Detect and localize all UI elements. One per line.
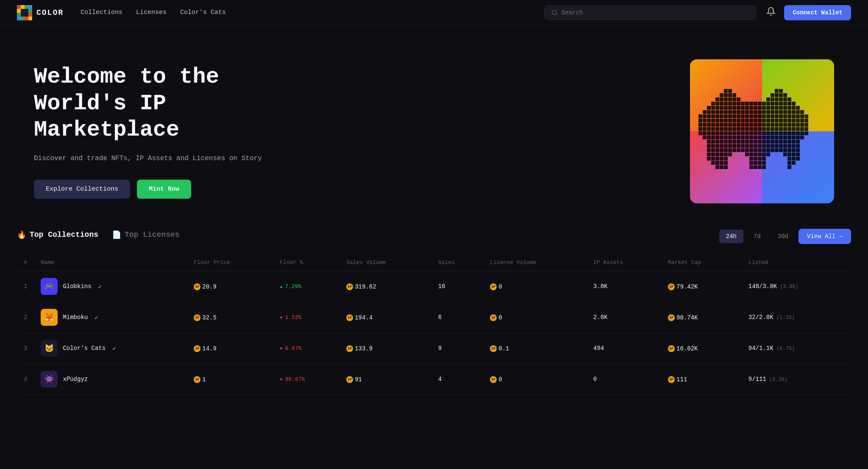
- ip-coin: IP: [194, 314, 200, 321]
- mint-now-button[interactable]: Mint Now: [137, 180, 191, 199]
- row-sales-volume: IP 133.9: [339, 333, 431, 364]
- logo-text: COLOR: [36, 8, 64, 17]
- tab-top-licenses[interactable]: 📄 Top Licenses: [112, 230, 180, 243]
- svg-rect-9: [21, 13, 25, 17]
- row-floor-price: IP 1: [187, 364, 273, 395]
- tab-top-collections[interactable]: 🔥 Top Collections: [17, 230, 98, 243]
- section-tabs: 🔥 Top Collections 📄 Top Licenses 24h 7d …: [17, 229, 851, 244]
- row-license-volume: IP 0.1: [483, 333, 587, 364]
- ip-coin: IP: [668, 314, 675, 321]
- top-licenses-label: Top Licenses: [125, 230, 180, 239]
- verified-icon: ✔: [98, 283, 102, 290]
- row-floor-price: IP 20.9: [187, 271, 273, 302]
- row-license-volume: IP 0: [483, 271, 587, 302]
- collection-thumb: 🎮: [41, 278, 58, 295]
- listed-pct: (8.1%): [766, 377, 787, 383]
- svg-rect-6: [25, 9, 28, 13]
- row-sales: 4: [431, 364, 483, 395]
- col-floor-pct: Floor %: [273, 254, 340, 271]
- floor-pct-value: 96.67%: [280, 376, 305, 383]
- search-icon: [551, 9, 558, 16]
- svg-rect-7: [28, 9, 32, 13]
- ip-coin: IP: [346, 283, 353, 290]
- table-body: 1 🎮 Globkins ✔ IP 20.9 7.29% IP: [17, 271, 851, 395]
- row-market-cap: IP 111: [661, 364, 742, 395]
- hero-image: [690, 59, 834, 203]
- collection-thumb: 🐱: [41, 340, 58, 357]
- collection-name: xPudgyz: [63, 376, 88, 383]
- verified-icon: ✔: [95, 314, 98, 321]
- notification-bell[interactable]: [765, 5, 777, 20]
- svg-rect-12: [17, 17, 21, 20]
- svg-rect-8: [17, 13, 21, 17]
- fire-icon: 🔥: [17, 230, 26, 239]
- nav-colorscats[interactable]: Color's Cats: [180, 9, 226, 16]
- row-floor-price: IP 32.5: [187, 302, 273, 333]
- explore-collections-button[interactable]: Explore Collections: [34, 180, 130, 199]
- ip-coin: IP: [194, 283, 200, 290]
- col-floor-price: Floor Price: [187, 254, 273, 271]
- svg-point-16: [552, 10, 556, 14]
- ip-coin: IP: [668, 345, 675, 352]
- row-license-volume: IP 0: [483, 302, 587, 333]
- ip-coin: IP: [668, 283, 675, 290]
- row-num: 1: [17, 271, 34, 302]
- row-floor-pct: 7.29%: [273, 271, 340, 302]
- row-license-volume: IP 0: [483, 364, 587, 395]
- floor-pct-value: 0.67%: [280, 345, 302, 352]
- logo[interactable]: COLOR: [17, 5, 64, 20]
- collection-name: Globkins: [63, 283, 91, 290]
- view-all-button[interactable]: View All →: [798, 229, 851, 244]
- top-collections-label: Top Collections: [30, 230, 98, 239]
- table-row[interactable]: 2 🦊 Mimboku ✔ IP 32.5 1.52% IP: [17, 302, 851, 333]
- time-filter-7d[interactable]: 7d: [747, 230, 768, 243]
- collections-section: 🔥 Top Collections 📄 Top Licenses 24h 7d …: [0, 229, 868, 420]
- row-market-cap: IP 79.42K: [661, 271, 742, 302]
- time-filter-24h[interactable]: 24h: [719, 230, 743, 243]
- row-ip-assets: 494: [587, 333, 661, 364]
- row-num: 3: [17, 333, 34, 364]
- collections-table: # Name Floor Price Floor % Sales Volume …: [17, 254, 851, 395]
- floor-pct-value: 7.29%: [280, 283, 302, 290]
- table-row[interactable]: 4 👾 xPudgyz IP 1 96.67% IP: [17, 364, 851, 395]
- ip-coin: IP: [194, 376, 200, 383]
- svg-rect-15: [28, 17, 32, 20]
- row-listed: 9/111 (8.1%): [742, 364, 851, 395]
- row-ip-assets: 3.8K: [587, 271, 661, 302]
- svg-rect-2: [25, 5, 28, 9]
- table-row[interactable]: 1 🎮 Globkins ✔ IP 20.9 7.29% IP: [17, 271, 851, 302]
- table-row[interactable]: 3 🐱 Color's Cats ✔ IP 14.9 0.67% IP: [17, 333, 851, 364]
- search-bar[interactable]: [544, 6, 756, 20]
- listed-pct: (3.9%): [777, 284, 798, 290]
- row-sales-volume: IP 319.62: [339, 271, 431, 302]
- row-num: 4: [17, 364, 34, 395]
- nav-licenses[interactable]: Licenses: [136, 9, 167, 16]
- collection-name: Mimboku: [63, 314, 88, 321]
- table-header: # Name Floor Price Floor % Sales Volume …: [17, 254, 851, 271]
- hero-content: Welcome to the World's IP Marketplace Di…: [34, 64, 288, 199]
- time-filter-30d[interactable]: 30d: [771, 230, 795, 243]
- col-market-cap: Market Cap: [661, 254, 742, 271]
- nav-links: Collections Licenses Color's Cats: [81, 9, 544, 16]
- row-listed: 32/2.8K (1.1%): [742, 302, 851, 333]
- row-num: 2: [17, 302, 34, 333]
- row-sales-volume: IP 194.4: [339, 302, 431, 333]
- col-num: #: [17, 254, 34, 271]
- nav-right: Connect Wallet: [765, 5, 851, 20]
- svg-rect-3: [28, 5, 32, 9]
- row-floor-pct: 1.52%: [273, 302, 340, 333]
- connect-wallet-button[interactable]: Connect Wallet: [784, 5, 851, 20]
- svg-rect-13: [21, 17, 25, 20]
- search-input[interactable]: [562, 9, 749, 16]
- row-floor-pct: 0.67%: [273, 333, 340, 364]
- hero-section: Welcome to the World's IP Marketplace Di…: [0, 25, 868, 229]
- row-sales: 6: [431, 302, 483, 333]
- hero-subtitle: Discover and trade NFTs, IP Assets and L…: [34, 153, 288, 164]
- nav-collections[interactable]: Collections: [81, 9, 122, 16]
- bell-icon: [766, 7, 776, 16]
- row-floor-price: IP 14.9: [187, 333, 273, 364]
- svg-rect-14: [25, 17, 28, 20]
- hero-title: Welcome to the World's IP Marketplace: [34, 64, 288, 143]
- collection-name: Color's Cats: [63, 345, 106, 352]
- hero-artwork: [690, 59, 834, 203]
